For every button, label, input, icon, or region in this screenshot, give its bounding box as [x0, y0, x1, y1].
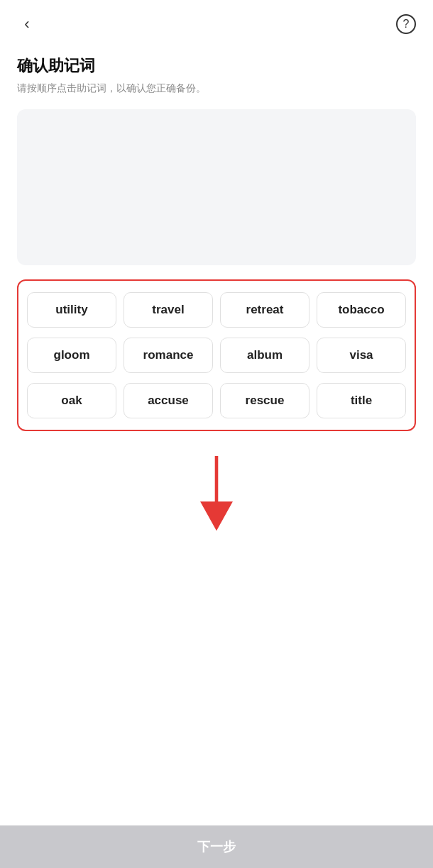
help-button[interactable]: ?: [393, 11, 419, 37]
page-content: 确认助记词 请按顺序点击助记词，以确认您正确备份。 utilitytravelr…: [0, 48, 433, 538]
word-chip-utility[interactable]: utility: [27, 292, 116, 328]
word-chip-rescue[interactable]: rescue: [220, 383, 309, 418]
next-button[interactable]: 下一步: [0, 825, 433, 868]
svg-marker-1: [200, 501, 233, 530]
word-chip-accuse[interactable]: accuse: [124, 383, 213, 418]
word-chip-visa[interactable]: visa: [317, 338, 406, 373]
header: ‹ ?: [0, 0, 433, 48]
down-arrow-icon: [188, 456, 245, 534]
word-chip-retreat[interactable]: retreat: [220, 292, 309, 328]
word-grid: utilitytravelretreattobaccogloomromancea…: [27, 292, 406, 418]
word-chip-romance[interactable]: romance: [124, 338, 213, 373]
page-title: 确认助记词: [17, 55, 416, 77]
back-icon: ‹: [24, 15, 29, 33]
word-chip-travel[interactable]: travel: [124, 292, 213, 328]
word-chip-title[interactable]: title: [317, 383, 406, 418]
help-icon: ?: [396, 14, 416, 34]
word-chip-gloom[interactable]: gloom: [27, 338, 116, 373]
word-chip-album[interactable]: album: [220, 338, 309, 373]
back-button[interactable]: ‹: [14, 11, 40, 37]
word-chip-oak[interactable]: oak: [27, 383, 116, 418]
selection-area: [17, 109, 416, 265]
word-chip-tobacco[interactable]: tobacco: [317, 292, 406, 328]
page-subtitle: 请按顺序点击助记词，以确认您正确备份。: [17, 82, 416, 95]
word-grid-container: utilitytravelretreattobaccogloomromancea…: [17, 279, 416, 431]
arrow-container: [17, 452, 416, 538]
